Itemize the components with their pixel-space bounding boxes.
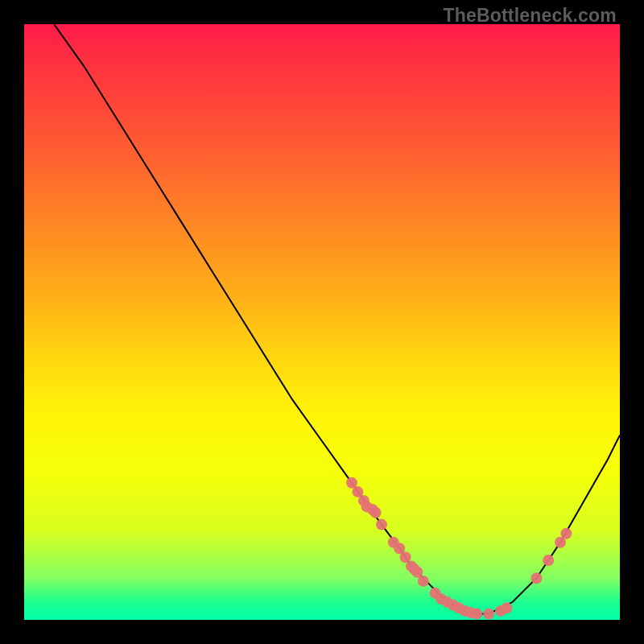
data-point <box>530 572 542 584</box>
data-point <box>560 528 572 539</box>
chart-container: TheBottleneck.com <box>0 0 644 644</box>
curve-line <box>54 24 620 614</box>
data-point <box>501 602 512 613</box>
curve-svg <box>24 24 620 620</box>
data-point <box>483 609 494 620</box>
plot-area <box>24 24 620 620</box>
data-point <box>543 555 554 566</box>
data-point <box>370 507 382 518</box>
data-point <box>376 519 387 530</box>
watermark-text: TheBottleneck.com <box>443 5 617 27</box>
data-point <box>471 609 482 620</box>
data-points <box>346 477 572 620</box>
data-point <box>418 576 429 587</box>
